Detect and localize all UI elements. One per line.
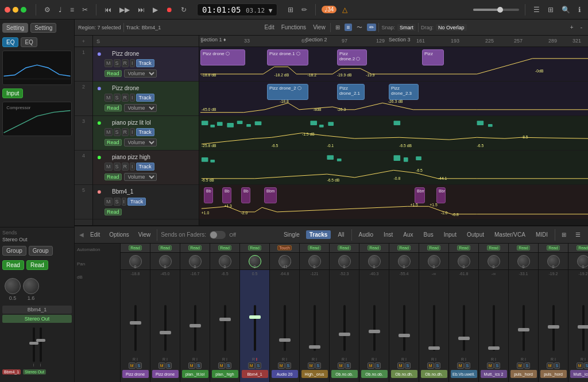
midi-tab[interactable]: MIDI (532, 230, 551, 239)
play-button[interactable]: ▶▶ (117, 5, 132, 15)
eq-button-2[interactable]: EQ (21, 37, 37, 47)
ch11-mute[interactable]: M (427, 362, 434, 369)
ch10-solo[interactable]: S (405, 362, 411, 369)
edit-icon[interactable]: ✏ (299, 5, 310, 15)
ch5-auto-btn[interactable]: Read (248, 245, 261, 250)
ch3-auto-btn[interactable]: Read (188, 245, 202, 250)
track-4-solo[interactable]: S (114, 163, 121, 171)
output-tab[interactable]: Output (463, 230, 488, 239)
track-5-record[interactable]: I (122, 198, 127, 206)
track-2-icon[interactable]: ⏺ (96, 86, 102, 91)
mixer-icon[interactable]: ≡ (68, 5, 76, 15)
ch9-fader[interactable] (369, 330, 380, 333)
ch3-solo[interactable]: S (196, 362, 202, 369)
ch16-fader[interactable] (578, 325, 589, 329)
track-1-track-btn[interactable]: Track (136, 59, 154, 67)
read-btn[interactable]: Read (2, 260, 24, 270)
clip-pizz-drone-3[interactable]: Pizz drone.2 ⬡ (337, 49, 367, 65)
main-knob-2[interactable] (23, 278, 39, 294)
clip-bbm-3[interactable]: Bbm (436, 187, 446, 203)
add-track-btn[interactable]: + (82, 38, 85, 44)
track-3-mute[interactable]: M (105, 128, 113, 136)
setting-button-1[interactable]: Setting (2, 23, 28, 33)
ch14-solo[interactable]: S (524, 362, 531, 369)
track-4-mute[interactable]: M (105, 163, 113, 171)
track-5-track-btn[interactable]: Track (127, 198, 146, 206)
ch2-solo[interactable]: S (166, 362, 172, 369)
cycle-button[interactable]: ↻ (179, 5, 189, 15)
clip-pizz-drone2-1[interactable]: Pizz drone_2 ⬡ (267, 84, 308, 100)
ch7-fader[interactable] (309, 345, 320, 349)
grid-icon[interactable]: ⊞ (546, 5, 556, 15)
track-2-input[interactable]: I (130, 94, 135, 102)
bus-tab[interactable]: Bus (420, 230, 436, 239)
tempo-badge[interactable]: ♩34 (322, 6, 336, 13)
track-5-solo[interactable]: S (114, 198, 121, 206)
ch1-auto-btn[interactable]: Read (129, 245, 142, 250)
track-5-icon[interactable]: ⏺ (96, 189, 102, 195)
track-3-icon[interactable]: ⏺ (96, 120, 102, 126)
clip-pizz-drone2-3[interactable]: Pizz drone_2.3 (389, 84, 419, 100)
volume-slider[interactable] (473, 9, 519, 11)
ch14-fader[interactable] (518, 328, 529, 331)
bottom-fader-2[interactable] (36, 339, 45, 342)
track-1-record[interactable]: R (122, 59, 129, 67)
ch1-mute[interactable]: M (129, 362, 136, 369)
scissors-icon[interactable]: ✂ (80, 5, 90, 15)
ch13-auto-btn[interactable]: Read (487, 245, 500, 250)
metronome-icon[interactable]: ♩ (56, 5, 64, 15)
track-4-icon[interactable]: ⏺ (96, 155, 102, 160)
bottom-fader-1[interactable] (29, 342, 38, 345)
tracks-tab[interactable]: Tracks (306, 230, 331, 239)
all-tab[interactable]: All (334, 230, 347, 239)
clip-bb-1[interactable]: Bb (204, 187, 213, 203)
track-5-read[interactable]: Read (105, 209, 122, 215)
minimize-button[interactable] (13, 7, 18, 13)
ch2-auto-btn[interactable]: Read (158, 245, 172, 250)
close-button[interactable] (5, 7, 10, 13)
mixer-options-btn[interactable]: Options (106, 231, 131, 238)
inst-tab[interactable]: Inst (380, 230, 396, 239)
ch7-auto-btn[interactable]: Read (308, 245, 321, 250)
ch6-solo[interactable]: S (285, 362, 292, 369)
track-1-volume-select[interactable]: Volume (124, 70, 157, 78)
ch5-solo[interactable]: S (256, 362, 262, 369)
clip-pizz-drone-1[interactable]: Pizz drone ⬡ (200, 49, 245, 65)
group-btn[interactable]: Group (2, 246, 26, 256)
setting-button-2[interactable]: Setting (30, 23, 56, 33)
ch8-auto-btn[interactable]: Read (338, 245, 351, 250)
start-button[interactable]: ⏭ (136, 5, 147, 15)
view-btn[interactable]: View (311, 24, 328, 31)
snap-value[interactable]: Smart (397, 24, 416, 31)
ch12-fader[interactable] (458, 337, 470, 340)
input-button[interactable]: Input (2, 88, 23, 98)
mixer-edit-btn[interactable]: Edit (87, 231, 103, 238)
ch4-solo[interactable]: S (226, 362, 232, 369)
read-btn-2[interactable]: Read (26, 260, 48, 270)
single-btn[interactable]: Single (281, 231, 303, 238)
track-3-input[interactable]: I (130, 128, 135, 136)
ch8-fader[interactable] (339, 333, 350, 336)
track-2-read[interactable]: Read (105, 105, 122, 111)
track-4-track-btn[interactable]: Track (136, 163, 154, 171)
ch9-auto-btn[interactable]: Read (368, 245, 381, 250)
ch10-auto-btn[interactable]: Read (397, 245, 411, 250)
stop-button[interactable]: ▶ (150, 5, 160, 15)
list-view-btn[interactable]: ≡ (345, 24, 353, 31)
ch13-solo[interactable]: S (494, 362, 501, 369)
track-2-record[interactable]: R (122, 94, 129, 102)
audio-tab[interactable]: Audio (355, 230, 377, 239)
list-icon[interactable]: ☰ (531, 5, 542, 15)
group-btn-2[interactable]: Group (29, 246, 53, 256)
track-2-mute[interactable]: M (105, 94, 113, 102)
track-2-track-btn[interactable]: Track (136, 94, 154, 102)
ch10-fader[interactable] (399, 334, 410, 337)
track-4-read[interactable]: Read (105, 173, 122, 180)
ch14-mute[interactable]: M (517, 362, 524, 369)
ch5-mute[interactable]: M (248, 362, 255, 369)
tuner-icon[interactable]: △ (340, 5, 350, 15)
ch6-auto-btn[interactable]: Touch (277, 245, 292, 250)
ch5-fader[interactable] (249, 315, 261, 319)
ch4-mute[interactable]: M (218, 362, 225, 369)
track-4-volume-select[interactable]: Volume (124, 173, 157, 181)
